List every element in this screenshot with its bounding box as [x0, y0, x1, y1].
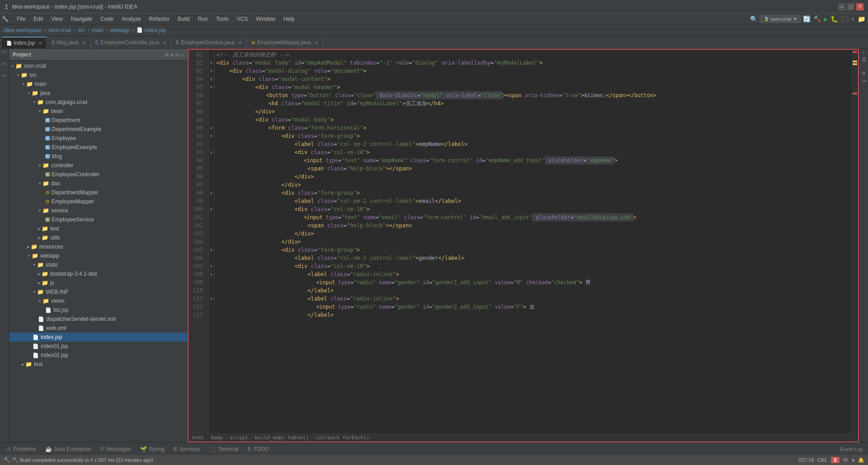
footer-script[interactable]: script: [230, 435, 248, 441]
fold-84[interactable]: ▼: [209, 75, 214, 83]
menu-build[interactable]: Build: [174, 15, 193, 23]
tab-employee-mapper[interactable]: ⚙ EmployeeMapper.java ✕: [247, 37, 323, 48]
fold-108[interactable]: ▼: [209, 270, 214, 278]
tree-item-bootstrap[interactable]: ▶ 📁 bootstrap-3.4.1-dist: [9, 269, 187, 278]
fold-91[interactable]: ▼: [209, 132, 214, 140]
tree-item-controller[interactable]: ▼ 📁 controller: [9, 161, 187, 170]
menu-run[interactable]: Run: [194, 15, 212, 23]
bottom-tab-services[interactable]: 8: Services: [169, 444, 205, 455]
tab-close-service[interactable]: ✕: [238, 40, 242, 45]
menu-navigate[interactable]: Navigate: [67, 15, 96, 23]
breadcrumb-webapp[interactable]: webapp: [110, 27, 129, 33]
tab-close-msg[interactable]: ✕: [82, 40, 86, 45]
fold-111[interactable]: ▼: [209, 295, 214, 303]
right-db-icon[interactable]: 🗄: [862, 57, 866, 62]
tree-item-index01-jsp[interactable]: 📄 index01.jsp: [9, 342, 187, 351]
maximize-button[interactable]: □: [847, 3, 854, 10]
collapse-all-icon[interactable]: ≡: [170, 52, 173, 58]
tree-item-static[interactable]: ▼ 📁 static: [9, 260, 187, 269]
fold-90[interactable]: ▼: [209, 124, 214, 132]
panel-settings-icon[interactable]: ⚙: [175, 52, 179, 58]
menu-window[interactable]: Window: [252, 15, 279, 23]
search-everywhere-icon[interactable]: 🔍: [749, 14, 759, 23]
tree-item-web-xml[interactable]: 📄 web.xml: [9, 324, 187, 333]
bottom-tab-problems[interactable]: ⚠ Problems: [2, 444, 41, 455]
menu-file[interactable]: File: [13, 15, 29, 23]
fold-98[interactable]: ▼: [209, 189, 214, 197]
tree-item-department[interactable]: C Department: [9, 116, 187, 125]
tree-item-ssm-crud[interactable]: ▼ 📁 ssm-crud: [9, 61, 187, 70]
tab-index-jsp[interactable]: 📄 index.jsp ✕: [2, 37, 47, 48]
breadcrumb-ssm-crud[interactable]: ssm-crud: [48, 27, 71, 33]
project-tab-icon[interactable]: 1: [2, 51, 7, 53]
breadcrumb-index-jsp[interactable]: index.jsp: [145, 27, 166, 33]
menu-analyze[interactable]: Analyze: [118, 15, 145, 23]
fold-82[interactable]: ▼: [209, 59, 214, 67]
tree-item-index02-jsp[interactable]: 📄 index02.jsp: [9, 351, 187, 360]
footer-html[interactable]: html: [192, 435, 204, 441]
tree-item-bean[interactable]: ▼ 📁 bean: [9, 107, 187, 116]
status-lang[interactable]: 中: [843, 457, 848, 464]
fold-93[interactable]: ▼: [209, 148, 214, 156]
menu-tools[interactable]: Tools: [212, 15, 232, 23]
footer-callback[interactable]: callback forEach(): [316, 435, 369, 441]
tree-item-resources[interactable]: ▶ 📁 resources: [9, 242, 187, 251]
tree-item-emp-service[interactable]: C EmployeeService: [9, 215, 187, 224]
fold-85[interactable]: ▼: [209, 83, 214, 91]
right-maven-icon[interactable]: M: [862, 71, 865, 76]
tree-item-test[interactable]: ▶ 📁 test: [9, 224, 187, 233]
tree-item-main[interactable]: ▼ 📁 main: [9, 80, 187, 89]
tab-msg-java[interactable]: C Msg.java ✕: [47, 37, 90, 48]
footer-build-emps[interactable]: build_emps_table(): [255, 435, 308, 441]
tree-item-views[interactable]: ▼ 📁 views: [9, 296, 187, 305]
tab-close-index-jsp[interactable]: ✕: [38, 41, 42, 46]
gear-settings-icon[interactable]: ⚙: [165, 52, 168, 58]
menu-view[interactable]: View: [47, 15, 66, 23]
bottom-tab-terminal[interactable]: ⬛ Terminal: [205, 444, 243, 455]
fold-107[interactable]: ▼: [209, 262, 214, 270]
tree-item-webapp[interactable]: ▼ 📁 webapp: [9, 251, 187, 260]
menu-refactor[interactable]: Refactor: [146, 15, 173, 23]
code-content[interactable]: <!-- 员工添加的模态框 --> <div class="modal fade…: [214, 50, 852, 433]
favorites-tab-icon[interactable]: 2: [2, 74, 7, 77]
tree-item-emp-example[interactable]: C EmployeeExample: [9, 143, 187, 152]
panel-close-icon[interactable]: –: [180, 52, 184, 58]
tree-item-dao[interactable]: ▼ 📁 dao: [9, 179, 187, 188]
tree-item-test-root[interactable]: ▶ 📁 test: [9, 360, 187, 369]
tree-item-java[interactable]: ▼ 📁 java: [9, 89, 187, 98]
menu-help[interactable]: Help: [280, 15, 298, 23]
breadcrumb-src[interactable]: src: [78, 27, 85, 33]
breadcrumb-workspace[interactable]: idea-workspace: [4, 27, 42, 33]
tree-item-src[interactable]: ▼ 📁 src: [9, 70, 187, 80]
footer-body[interactable]: body: [211, 435, 223, 441]
structure-tab-icon[interactable]: Z: [2, 62, 7, 65]
bottom-tab-spring[interactable]: 🌱 Spring: [136, 444, 169, 455]
run-config[interactable]: 🍃 ssm-crud ▼: [760, 15, 801, 23]
bottom-tab-todo[interactable]: 6: TODO: [243, 444, 274, 455]
tree-item-msg[interactable]: C Msg: [9, 152, 187, 161]
close-button[interactable]: ✕: [856, 3, 863, 10]
tab-close-mapper[interactable]: ✕: [315, 40, 318, 45]
right-ant-icon[interactable]: 🐜: [861, 78, 867, 83]
build-icon[interactable]: 🔨: [812, 14, 822, 23]
stop-icon[interactable]: ⬛: [840, 14, 849, 23]
bottom-tab-messages[interactable]: 0: Messages: [96, 444, 136, 455]
tree-item-utils[interactable]: ▶ 📁 utils: [9, 233, 187, 242]
tree-item-service[interactable]: ▼ 📁 service: [9, 206, 187, 215]
fold-100[interactable]: ▼: [209, 205, 214, 213]
tab-employee-service[interactable]: C EmployeeService.java ✕: [171, 37, 247, 48]
folder-icon[interactable]: 📁: [857, 14, 866, 23]
tree-item-dispatcher-xml[interactable]: 📄 dispatcherServlet-servlet.xml: [9, 315, 187, 324]
minimize-button[interactable]: ─: [838, 3, 845, 10]
tree-item-index-jsp[interactable]: 📄 index.jsp: [9, 333, 187, 342]
breadcrumb-main[interactable]: main: [92, 27, 104, 33]
menu-vcs[interactable]: VCS: [233, 15, 252, 23]
run-icon[interactable]: ▶: [823, 14, 828, 23]
event-log-link[interactable]: Event Log: [840, 446, 863, 452]
tree-item-list-jsp[interactable]: 📄 list.jsp: [9, 305, 187, 315]
tree-item-emp-controller[interactable]: C EmployeeController: [9, 170, 187, 179]
fold-105[interactable]: ▼: [209, 246, 214, 254]
tab-close-controller[interactable]: ✕: [163, 40, 166, 45]
bottom-tab-java-enterprise[interactable]: ☕ Java Enterprise: [41, 444, 96, 455]
debug-icon[interactable]: 🐛: [830, 14, 839, 23]
